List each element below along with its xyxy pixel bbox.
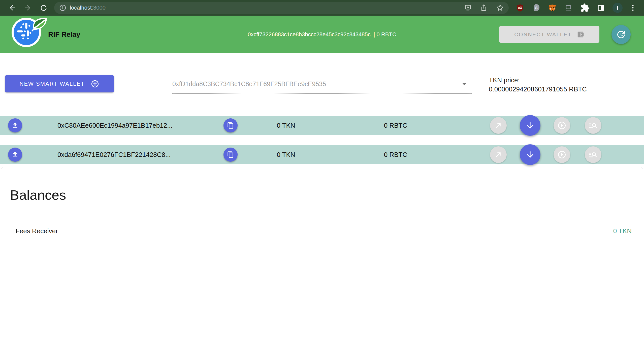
play-circle-icon	[557, 150, 566, 159]
manage-search-icon	[589, 121, 598, 130]
update-icon	[616, 29, 626, 40]
copy-icon	[227, 151, 234, 158]
fees-receiver-label: Fees Receiver	[16, 227, 58, 235]
rif-leaf-icon	[31, 16, 48, 33]
account-balance: | 0 RBTC	[374, 31, 396, 38]
copy-address-button[interactable]	[223, 118, 238, 132]
wallet-tkn-balance: 0 TKN	[261, 145, 311, 164]
wallet-address: 0xda6f69471E0276FC1BF221428C8...	[57, 145, 171, 164]
wallet-address: 0xC80AEe600Ec1994a97E1B17eb12...	[57, 116, 173, 135]
tkn-price: TKN price: 0.00000294208601791055 RBTC	[489, 76, 587, 94]
ublock-glyph: uO	[518, 6, 522, 10]
smart-wallet-select-value: 0xfD1dda8C3BC734Bc1C8e71F69F25BFBEe9cE95…	[172, 80, 326, 88]
smart-wallet-row: 0xda6f69471E0276FC1BF221428C8... 0 TKN 0…	[0, 145, 644, 164]
copy-address-button[interactable]	[223, 148, 238, 162]
app-header: RIF Relay 0xcff73226883c1ce8b3bccc28e45c…	[0, 16, 644, 53]
deploy-wallet-button[interactable]	[8, 148, 22, 162]
transfer-button[interactable]	[490, 117, 507, 134]
upload-icon	[11, 122, 19, 129]
add-circle-icon	[91, 80, 99, 88]
receive-button[interactable]	[520, 115, 540, 136]
deploy-wallet-button[interactable]	[8, 118, 22, 132]
reload-icon[interactable]	[39, 3, 48, 12]
metamask-extension-icon[interactable]	[548, 3, 557, 12]
connect-wallet-button[interactable]: CONNECT WALLET	[499, 26, 599, 43]
balances-table: Fees Receiver 0 TKN	[1, 223, 643, 239]
download-install-icon[interactable]	[464, 4, 472, 12]
arrow-up-right-icon	[495, 122, 502, 129]
smart-wallet-select[interactable]: 0xfD1dda8C3BC734Bc1C8e71F69F25BFBEe9cE95…	[172, 74, 472, 94]
transactions-search-button[interactable]	[585, 146, 601, 163]
browser-profile-avatar[interactable]	[613, 3, 623, 13]
back-icon[interactable]	[8, 3, 17, 12]
page: localhost:3000	[0, 0, 644, 340]
wallet-rbtc-balance: 0 RBTC	[370, 116, 421, 135]
upload-icon	[11, 151, 19, 158]
execute-button[interactable]	[554, 117, 570, 134]
vpn-extension-icon[interactable]: S	[532, 3, 541, 12]
tkn-price-value: 0.00000294208601791055 RBTC	[489, 85, 587, 94]
transactions-search-button[interactable]	[585, 117, 601, 134]
browser-toolbar: localhost:3000	[0, 0, 644, 16]
account-summary: 0xcff73226883c1ce8b3bccc28e45c3c92c84348…	[248, 16, 396, 53]
execute-button[interactable]	[554, 146, 570, 163]
extensions-puzzle-icon[interactable]	[581, 3, 590, 12]
url-text: localhost:3000	[70, 5, 106, 11]
svg-text:S: S	[535, 6, 537, 10]
rif-relay-logo	[12, 18, 41, 47]
forward-icon[interactable]	[23, 3, 32, 12]
chevron-down-icon	[462, 82, 467, 87]
browser-menu-icon[interactable]	[628, 3, 637, 12]
wallet-icon	[577, 31, 584, 38]
refresh-balances-button[interactable]	[611, 25, 631, 44]
url-bar[interactable]: localhost:3000	[54, 2, 509, 14]
url-port: :3000	[92, 5, 106, 11]
fees-receiver-value: 0 TKN	[613, 227, 632, 235]
side-panel-icon[interactable]	[596, 3, 605, 12]
new-smart-wallet-button[interactable]: NEW SMART WALLET	[5, 75, 114, 92]
ublock-extension-icon[interactable]: uO	[516, 3, 525, 12]
manage-search-icon	[589, 150, 598, 159]
account-address: 0xcff73226883c1ce8b3bccc28e45c3c92c84348…	[248, 31, 371, 38]
share-icon[interactable]	[479, 4, 488, 12]
table-row: Fees Receiver 0 TKN	[1, 223, 643, 239]
play-circle-icon	[557, 121, 566, 130]
arrow-down-icon	[525, 121, 535, 130]
tkn-price-label: TKN price:	[489, 76, 587, 85]
balances-section: Balances Fees Receiver 0 TKN	[1, 167, 643, 340]
site-info-icon[interactable]	[59, 4, 66, 11]
screen-share-extension-icon[interactable]	[564, 3, 573, 12]
url-host: localhost	[70, 5, 92, 11]
copy-icon	[227, 122, 234, 129]
wallet-rbtc-balance: 0 RBTC	[370, 145, 421, 164]
bookmark-star-icon[interactable]	[496, 4, 504, 12]
connect-wallet-label: CONNECT WALLET	[514, 31, 572, 38]
profile-initial	[617, 6, 618, 10]
new-smart-wallet-label: NEW SMART WALLET	[20, 81, 85, 87]
smart-wallet-row: 0xC80AEe600Ec1994a97E1B17eb12... 0 TKN 0…	[0, 116, 644, 135]
arrow-up-right-icon	[495, 151, 502, 158]
balances-title: Balances	[10, 187, 66, 203]
arrow-down-icon	[525, 150, 535, 159]
app-title: RIF Relay	[48, 16, 80, 53]
transfer-button[interactable]	[490, 146, 507, 163]
wallet-tkn-balance: 0 TKN	[261, 116, 311, 135]
receive-button[interactable]	[520, 144, 540, 165]
